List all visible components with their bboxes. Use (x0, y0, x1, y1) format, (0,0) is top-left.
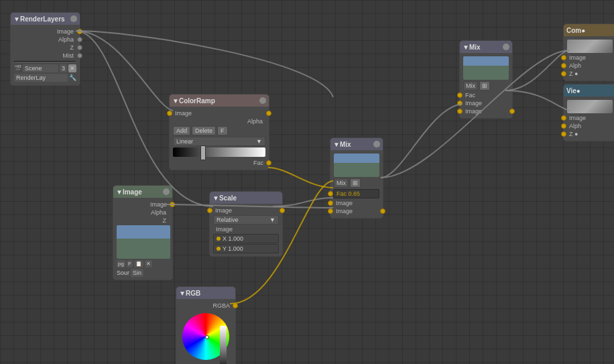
mix1-out-socket (380, 208, 385, 214)
mix2-out-socket (509, 109, 515, 114)
rgb-body: RGBA (176, 299, 235, 364)
chevron-icon: ▼ (256, 138, 262, 145)
render-layers-body: Image Alpha Z Mist 🎬 Scene 3 ✕ RenderLay… (11, 25, 80, 85)
color-ramp-body: Image Alpha Add Delete F Linear ▼ Fac (170, 107, 269, 170)
colorramp-controls: Add Delete F (173, 126, 265, 135)
mix2-title: Mix (469, 44, 481, 51)
color-ramp-title: ColorRamp (179, 97, 215, 105)
image-header: ▼ Image (113, 186, 172, 198)
scale-title: Scale (219, 194, 237, 202)
image-node: ▼ Image Image Alpha Z pg F 📋 ✕ Sour Sin (113, 185, 173, 280)
image-close[interactable] (163, 188, 170, 195)
mix2-close[interactable] (503, 44, 509, 50)
mix2-fac-socket (457, 93, 463, 98)
comp-image-socket (561, 55, 566, 60)
output-alpha-row: Alpha (14, 36, 76, 43)
img-image-socket (170, 202, 175, 207)
arrow-icon-sc: ▼ (212, 194, 219, 202)
mix2-mode-row: Mix ⊞ (463, 81, 509, 90)
mix1-img1-socket (328, 200, 333, 206)
colorramp-gradient (173, 147, 265, 157)
mix1-fac-socket (328, 191, 333, 196)
arrow-icon: ▼ (13, 15, 20, 23)
scale-image-label: Image (213, 226, 279, 233)
color-ramp-node: ▼ ColorRamp Image Alpha Add Delete F Lin… (169, 94, 269, 170)
renderlay-control: RenderLay 🔧 (14, 74, 76, 82)
output-z-row: Z (14, 44, 76, 51)
arrow-icon-cr: ▼ (172, 97, 179, 105)
arrow-icon-rgb: ▼ (179, 290, 186, 297)
image-title: Image (123, 188, 142, 196)
rgb-rgba-row: RGBA (180, 302, 232, 309)
fac-output-row: Fac (173, 160, 265, 166)
img-out-image: Image (117, 201, 169, 208)
f-button[interactable]: F (217, 126, 228, 135)
mix2-preview (463, 56, 509, 80)
scale-body: Image Relative ▼ Image X 1.000 Y 1.000 (210, 204, 282, 256)
viewer-title: Vie● (566, 87, 580, 95)
output-alpha-socket (77, 37, 82, 42)
rgb-rgba-socket (233, 303, 238, 308)
mix1-header: ▼ Mix (330, 138, 383, 150)
input-image-row-cr: Image (173, 110, 265, 117)
delete-button[interactable]: Delete (192, 126, 216, 135)
mix1-close[interactable] (373, 141, 380, 147)
mix2-body: Mix ⊞ Fac Image Image (460, 53, 512, 118)
mix1-img2-socket (328, 208, 333, 214)
chevron-scale-icon: ▼ (269, 217, 275, 223)
composite-body: Image Alph Z ● (564, 36, 614, 80)
comp-alpha-row: Alph (567, 62, 613, 69)
composite-preview (567, 40, 613, 53)
mix1-preview (334, 154, 379, 177)
scale-x-field[interactable]: X 1.000 (213, 234, 279, 243)
add-button[interactable]: Add (173, 126, 190, 135)
mix1-img1-row: Image (334, 200, 379, 206)
render-layers-title: RenderLayers (20, 15, 65, 23)
scale-image-row: Image (213, 207, 279, 214)
viewer-preview (567, 100, 613, 113)
mix2-img1-row: Image (463, 100, 509, 107)
view-image-socket (561, 115, 566, 121)
render-layers-close[interactable] (70, 15, 77, 22)
image-source-row: Sour Sin (117, 269, 169, 277)
scale-node: ▼ Scale Image Relative ▼ Image X 1.000 Y… (209, 191, 283, 257)
mix2-img1-socket (457, 101, 463, 106)
view-alpha-row: Alph (567, 123, 613, 129)
viewer-header: Vie● (564, 84, 614, 97)
color-value-slider[interactable] (220, 326, 227, 364)
mix1-img2-row: Image (334, 208, 379, 215)
composite-title: Com● (566, 27, 585, 34)
mix2-fac-row: Fac (463, 92, 509, 99)
arrow-icon-m1: ▼ (333, 141, 340, 148)
img-out-z: Z (117, 217, 169, 224)
scale-y-field[interactable]: Y 1.000 (213, 244, 279, 253)
comp-image-row: Image (567, 54, 613, 61)
mix2-img2-row: Image (463, 108, 509, 115)
mix2-header: ▼ Mix (460, 41, 512, 53)
arrow-icon-m2: ▼ (463, 44, 469, 51)
view-image-row: Image (567, 115, 613, 121)
view-alpha-socket (561, 123, 566, 129)
scale-mode-select[interactable]: Relative ▼ (213, 215, 279, 225)
viewer-body: Image Alph Z ● (564, 97, 614, 141)
input-image-socket-cr (167, 111, 172, 116)
scale-image-in (207, 208, 212, 213)
composite-node: Com● Image Alph Z ● (563, 23, 614, 81)
comp-alpha-socket (561, 63, 566, 68)
img-out-alpha: Alpha (117, 209, 169, 216)
output-z-socket (77, 45, 82, 50)
view-z-row: Z ● (567, 131, 613, 137)
interpolation-select[interactable]: Linear ▼ (173, 137, 265, 146)
mix1-mode-row: Mix ⊞ (334, 178, 379, 188)
mix2-img2-socket (457, 109, 463, 114)
color-ramp-header: ▼ ColorRamp (170, 95, 269, 107)
output-image-socket (77, 29, 82, 34)
output-alpha-row-cr: Alpha (173, 118, 265, 125)
mix1-fac-field[interactable]: Fac 0.65 (333, 189, 379, 198)
mix-node-2: ▼ Mix Mix ⊞ Fac Image Image (459, 40, 513, 119)
mix-node-1: ▼ Mix Mix ⊞ Fac 0.65 Image Image (330, 137, 383, 219)
rgb-wheel-container (180, 311, 232, 361)
color-ramp-close[interactable] (259, 97, 266, 104)
mix1-body: Mix ⊞ Fac 0.65 Image Image (330, 150, 383, 218)
comp-z-socket (561, 71, 566, 76)
